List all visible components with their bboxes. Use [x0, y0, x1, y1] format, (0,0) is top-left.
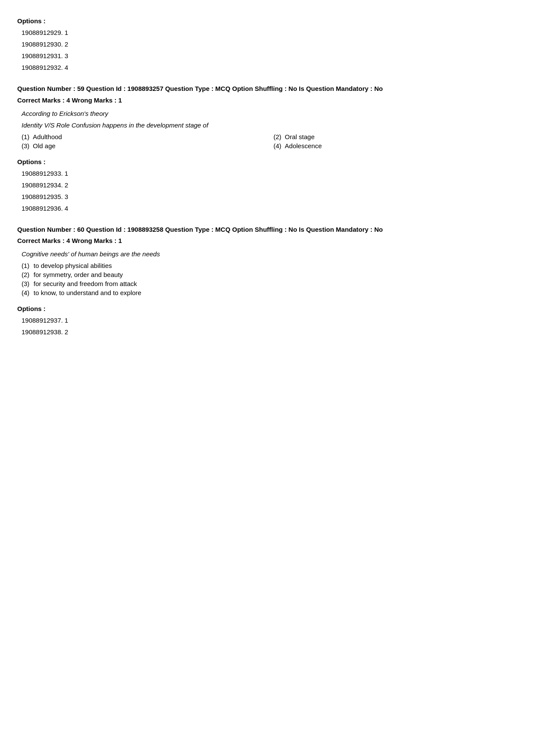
option-58-3: 19088912931. 3: [22, 52, 517, 59]
option-60-2: 19088912938. 2: [22, 328, 517, 336]
answer-60-3: (3) for security and freedom from attack: [22, 280, 517, 287]
answer-text-59-3: Old age: [33, 142, 56, 149]
options-list-58: 19088912929. 1 19088912930. 2 1908891293…: [22, 29, 517, 71]
question-59-text1: According to Erickson's theory: [22, 110, 517, 117]
answer-num-59-1: (1): [22, 133, 29, 140]
option-num-58-3: 3: [65, 52, 68, 59]
option-59-3: 19088912935. 3: [22, 193, 517, 200]
answer-text-59-4: Adolescence: [285, 142, 322, 149]
option-60-1: 19088912937. 1: [22, 317, 517, 324]
option-59-4: 19088912936. 4: [22, 205, 517, 212]
answer-59-2: (2) Oral stage: [273, 133, 517, 140]
question-60-text1: Cognitive needs' of human beings are the…: [22, 250, 517, 258]
question-60-marks: Correct Marks : 4 Wrong Marks : 1: [17, 237, 517, 244]
answer-59-1: (1) Adulthood: [22, 133, 265, 140]
answer-60-4: (4) to know, to understand and to explor…: [22, 289, 517, 296]
options-list-60: 19088912937. 1 19088912938. 2: [22, 317, 517, 336]
answer-num-60-1: (1): [22, 262, 30, 269]
answer-text-59-1: Adulthood: [33, 133, 62, 140]
option-num-60-2: 2: [65, 328, 68, 336]
answer-num-59-3: (3): [22, 142, 29, 149]
option-58-4: 19088912932. 4: [22, 64, 517, 71]
question-60-header: Question Number : 60 Question Id : 19088…: [17, 225, 517, 235]
option-num-59-4: 4: [65, 205, 68, 212]
question-60-block: Question Number : 60 Question Id : 19088…: [17, 225, 517, 336]
options-label-58: Options :: [17, 17, 517, 25]
question-58-options: Options : 19088912929. 1 19088912930. 2 …: [17, 17, 517, 71]
answer-60-1: (1) to develop physical abilities: [22, 262, 517, 269]
option-num-59-1: 1: [65, 170, 68, 177]
answer-text-60-2: for symmetry, order and beauty: [34, 271, 123, 278]
option-id-59-2: 19088912934: [22, 181, 61, 189]
option-id-60-2: 19088912938: [22, 328, 61, 336]
question-59-block: Question Number : 59 Question Id : 19088…: [17, 84, 517, 212]
answer-num-59-2: (2): [273, 133, 281, 140]
options-list-59: 19088912933. 1 19088912934. 2 1908891293…: [22, 170, 517, 212]
option-num-58-1: 1: [65, 29, 68, 36]
answer-text-60-4: to know, to understand and to explore: [34, 289, 141, 296]
option-num-60-1: 1: [65, 317, 68, 324]
option-id-58-3: 19088912931: [22, 52, 61, 59]
question-60-header-text: Question Number : 60 Question Id : 19088…: [17, 226, 383, 233]
answer-text-60-3: for security and freedom from attack: [34, 280, 137, 287]
option-59-2: 19088912934. 2: [22, 181, 517, 189]
option-num-58-2: 2: [65, 40, 68, 48]
question-59-marks: Correct Marks : 4 Wrong Marks : 1: [17, 96, 517, 104]
option-num-58-4: 4: [65, 64, 68, 71]
option-id-58-2: 19088912930: [22, 40, 61, 48]
answer-59-4: (4) Adolescence: [273, 142, 517, 149]
answer-num-60-3: (3): [22, 280, 30, 287]
answer-text-60-1: to develop physical abilities: [34, 262, 112, 269]
option-59-1: 19088912933. 1: [22, 170, 517, 177]
option-id-59-1: 19088912933: [22, 170, 61, 177]
answer-59-3: (3) Old age: [22, 142, 265, 149]
options-section-60: Options : 19088912937. 1 19088912938. 2: [17, 305, 517, 336]
question-60-answers: (1) to develop physical abilities (2) fo…: [22, 262, 517, 296]
answer-num-59-4: (4): [273, 142, 281, 149]
answer-num-60-2: (2): [22, 271, 30, 278]
option-id-58-1: 19088912929: [22, 29, 61, 36]
option-id-59-3: 19088912935: [22, 193, 61, 200]
option-id-60-1: 19088912937: [22, 317, 61, 324]
option-58-2: 19088912930. 2: [22, 40, 517, 48]
answer-text-59-2: Oral stage: [285, 133, 314, 140]
option-num-59-3: 3: [65, 193, 68, 200]
option-id-59-4: 19088912936: [22, 205, 61, 212]
options-section-59: Options : 19088912933. 1 19088912934. 2 …: [17, 158, 517, 212]
options-label-60: Options :: [17, 305, 517, 312]
options-label-59: Options :: [17, 158, 517, 165]
option-id-58-4: 19088912932: [22, 64, 61, 71]
option-num-59-2: 2: [65, 181, 68, 189]
question-59-answers: (1) Adulthood (2) Oral stage (3) Old age…: [22, 133, 517, 149]
answer-60-2: (2) for symmetry, order and beauty: [22, 271, 517, 278]
question-59-header-text: Question Number : 59 Question Id : 19088…: [17, 85, 383, 92]
question-59-header: Question Number : 59 Question Id : 19088…: [17, 84, 517, 94]
option-58-1: 19088912929. 1: [22, 29, 517, 36]
answer-num-60-4: (4): [22, 289, 30, 296]
question-59-text2: Identity V/S Role Confusion happens in t…: [22, 121, 517, 129]
